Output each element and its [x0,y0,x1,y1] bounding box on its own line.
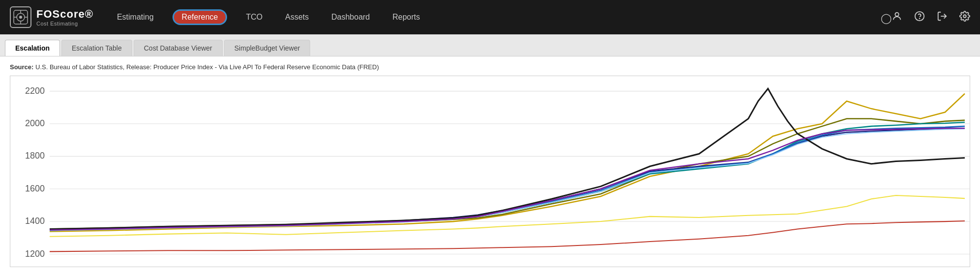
tab-escalation[interactable]: Escalation [5,40,60,56]
nav-assets[interactable]: Assets [281,11,313,24]
logo-icon [10,6,31,28]
tab-simplebudget-viewer[interactable]: SimpleBudget Viewer [224,40,311,56]
nav-tco[interactable]: TCO [242,11,266,24]
nav-reference[interactable]: Reference [173,9,228,25]
svg-point-11 [963,15,966,18]
svg-point-2 [19,16,22,19]
logo-text: FOScore® Cost Estimating [36,8,93,27]
logo-area: FOScore® Cost Estimating [10,6,93,28]
svg-point-9 [920,18,920,19]
nav-dashboard[interactable]: Dashboard [327,11,374,24]
main-nav: Estimating Reference TCO Assets Dashboar… [113,9,424,25]
svg-text:2200: 2200 [25,86,45,96]
escalation-chart: 2200 2000 1800 1600 1400 1200 [10,76,970,267]
settings-icon[interactable] [959,11,970,24]
main-header: FOScore® Cost Estimating Estimating Refe… [0,0,980,34]
source-text: U.S. Bureau of Labor Statistics, Release… [33,63,379,71]
header-right: ◯ [881,11,970,24]
svg-text:1200: 1200 [25,248,45,258]
svg-rect-13 [10,76,50,267]
tab-escalation-table[interactable]: Escalation Table [61,40,132,56]
svg-text:1600: 1600 [25,184,45,193]
nav-estimating[interactable]: Estimating [113,11,158,24]
logo-name: FOScore® [36,8,93,21]
source-line: Source: U.S. Bureau of Labor Statistics,… [10,63,970,71]
help-icon[interactable] [914,11,925,24]
header-left: FOScore® Cost Estimating Estimating Refe… [10,6,424,28]
svg-text:1400: 1400 [25,216,45,226]
logo-sub: Cost Estimating [36,21,93,27]
nav-reports[interactable]: Reports [389,11,424,24]
tab-cost-database-viewer[interactable]: Cost Database Viewer [134,40,223,56]
user-icon[interactable]: ◯ [881,11,902,24]
source-label: Source: [10,63,33,71]
logout-icon[interactable] [937,11,948,24]
svg-point-7 [895,12,898,16]
svg-text:2000: 2000 [25,118,45,128]
tabs-bar: Escalation Escalation Table Cost Databas… [0,34,980,56]
main-content: Source: U.S. Bureau of Labor Statistics,… [0,56,980,272]
svg-rect-12 [10,76,970,267]
chart-container: 2200 2000 1800 1600 1400 1200 [10,76,970,267]
svg-text:1800: 1800 [25,151,45,161]
